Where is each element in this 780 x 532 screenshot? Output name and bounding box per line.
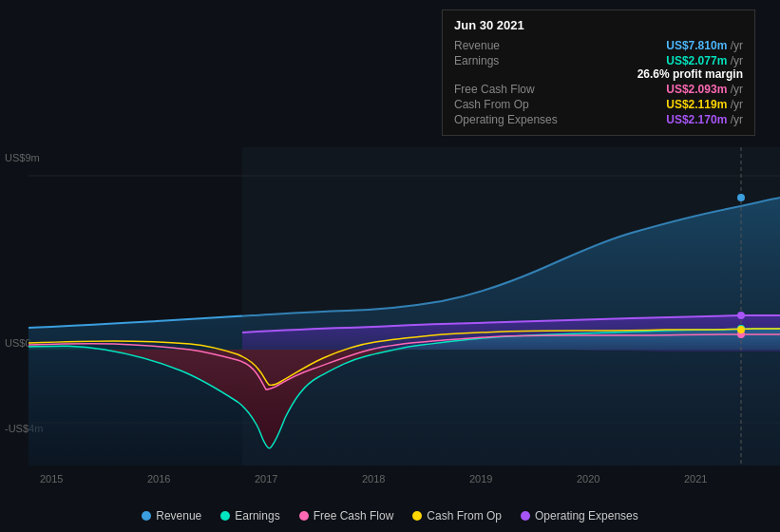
legend-item-earnings[interactable]: Earnings [220,509,279,522]
x-label-2019: 2019 [469,473,492,484]
legend-dot-opex [521,511,530,521]
chart-svg [0,147,780,466]
tooltip-row-fcf: Free Cash Flow US$2.093m /yr [454,82,743,97]
tooltip-value-fcf: US$2.093m [666,83,727,96]
tooltip-row-margin: 26.6% profit margin [454,68,743,82]
tooltip-label-fcf: Free Cash Flow [454,83,535,96]
tooltip-value-revenue: US$7.810m [666,39,727,52]
legend: Revenue Earnings Free Cash Flow Cash Fro… [0,509,780,522]
svg-rect-3 [242,147,780,466]
tooltip-title: Jun 30 2021 [454,18,743,32]
tooltip-label-cashop: Cash From Op [454,98,529,111]
tooltip-label-opex: Operating Expenses [454,113,558,126]
tooltip-value-earnings: US$2.077m [666,54,727,67]
x-label-2018: 2018 [362,473,385,484]
tooltip-label-earnings: Earnings [454,54,499,67]
chart-container: Jun 30 2021 Revenue US$7.810m /yr Earnin… [0,0,780,532]
legend-label-revenue: Revenue [156,509,201,522]
tooltip: Jun 30 2021 Revenue US$7.810m /yr Earnin… [442,10,755,136]
legend-item-revenue[interactable]: Revenue [142,509,201,522]
legend-label-fcf: Free Cash Flow [314,509,394,522]
legend-dot-revenue [142,511,151,521]
legend-dot-cashop [412,511,422,521]
tooltip-row-cashop: Cash From Op US$2.119m /yr [454,97,743,112]
tooltip-row-earnings: Earnings US$2.077m /yr [454,53,743,68]
legend-dot-earnings [220,511,230,521]
legend-dot-fcf [299,511,309,521]
tooltip-row-opex: Operating Expenses US$2.170m /yr [454,112,743,127]
legend-item-cashop[interactable]: Cash From Op [412,509,502,522]
x-label-2016: 2016 [147,473,170,484]
tooltip-label-revenue: Revenue [454,39,500,52]
tooltip-value-opex: US$2.170m [666,113,727,126]
legend-item-opex[interactable]: Operating Expenses [521,509,638,522]
tooltip-value-margin: 26.6% profit margin [637,67,743,81]
x-label-2020: 2020 [577,473,599,484]
legend-label-earnings: Earnings [235,509,279,522]
x-label-2021: 2021 [684,473,707,484]
legend-label-opex: Operating Expenses [535,509,638,522]
legend-item-fcf[interactable]: Free Cash Flow [299,509,394,522]
x-label-2017: 2017 [255,473,277,484]
x-label-2015: 2015 [40,473,63,484]
svg-point-9 [737,326,745,333]
svg-point-5 [737,194,745,201]
svg-point-6 [737,312,745,319]
tooltip-row-revenue: Revenue US$7.810m /yr [454,38,743,53]
tooltip-value-cashop: US$2.119m [666,98,727,111]
legend-label-cashop: Cash From Op [427,509,502,522]
